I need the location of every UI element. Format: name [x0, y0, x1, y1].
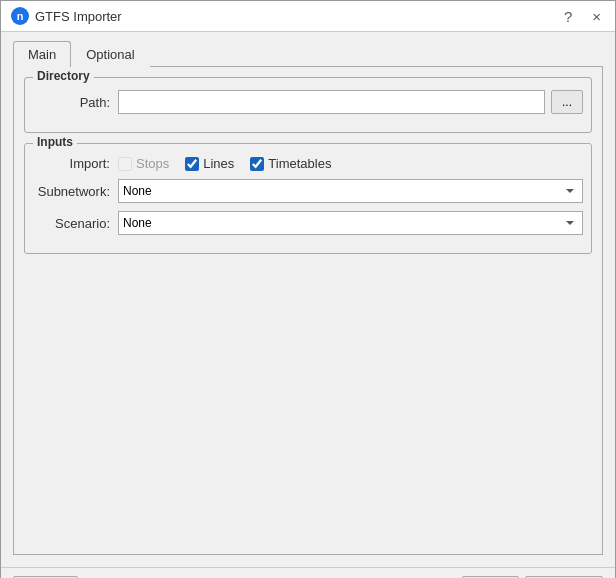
directory-group: Directory Path: ...	[24, 77, 592, 133]
title-bar-right: ? ×	[560, 9, 605, 24]
path-row: Path: ...	[33, 90, 583, 114]
stops-checkbox[interactable]	[118, 157, 132, 171]
title-bar: n GTFS Importer ? ×	[1, 1, 615, 32]
import-row: Import: Stops Lines	[33, 156, 583, 171]
scenario-row: Scenario: None	[33, 211, 583, 235]
timetables-label: Timetables	[268, 156, 331, 171]
stops-label: Stops	[136, 156, 169, 171]
import-label: Import:	[33, 156, 118, 171]
gtfs-importer-window: n GTFS Importer ? × Main Optional Direct…	[0, 0, 616, 578]
inputs-group: Inputs Import: Stops	[24, 143, 592, 254]
help-icon-button[interactable]: ?	[560, 9, 576, 24]
import-checkboxes: Stops Lines Timetables	[118, 156, 331, 171]
close-button[interactable]: ×	[588, 9, 605, 24]
timetables-checkbox-item: Timetables	[250, 156, 331, 171]
lines-checkbox-item: Lines	[185, 156, 234, 171]
path-label: Path:	[33, 95, 118, 110]
empty-area	[24, 264, 592, 544]
app-icon: n	[11, 7, 29, 25]
inputs-group-label: Inputs	[33, 135, 77, 149]
stops-checkbox-item: Stops	[118, 156, 169, 171]
tab-bar: Main Optional	[13, 40, 603, 67]
tab-content-main: Directory Path: ... Inputs	[13, 67, 603, 555]
lines-label: Lines	[203, 156, 234, 171]
dialog-content: Main Optional Directory Path: ...	[1, 32, 615, 567]
tab-main[interactable]: Main	[13, 41, 71, 67]
title-bar-left: n GTFS Importer	[11, 7, 122, 25]
bottom-bar: Help OK Cancel	[1, 567, 615, 578]
scenario-label: Scenario:	[33, 216, 118, 231]
directory-group-label: Directory	[33, 69, 94, 83]
scenario-select[interactable]: None	[118, 211, 583, 235]
subnetwork-label: Subnetwork:	[33, 184, 118, 199]
timetables-checkbox[interactable]	[250, 157, 264, 171]
browse-button[interactable]: ...	[551, 90, 583, 114]
path-input[interactable]	[118, 90, 545, 114]
lines-checkbox[interactable]	[185, 157, 199, 171]
tab-optional[interactable]: Optional	[71, 41, 149, 67]
subnetwork-select[interactable]: None	[118, 179, 583, 203]
window-title: GTFS Importer	[35, 9, 122, 24]
subnetwork-row: Subnetwork: None	[33, 179, 583, 203]
